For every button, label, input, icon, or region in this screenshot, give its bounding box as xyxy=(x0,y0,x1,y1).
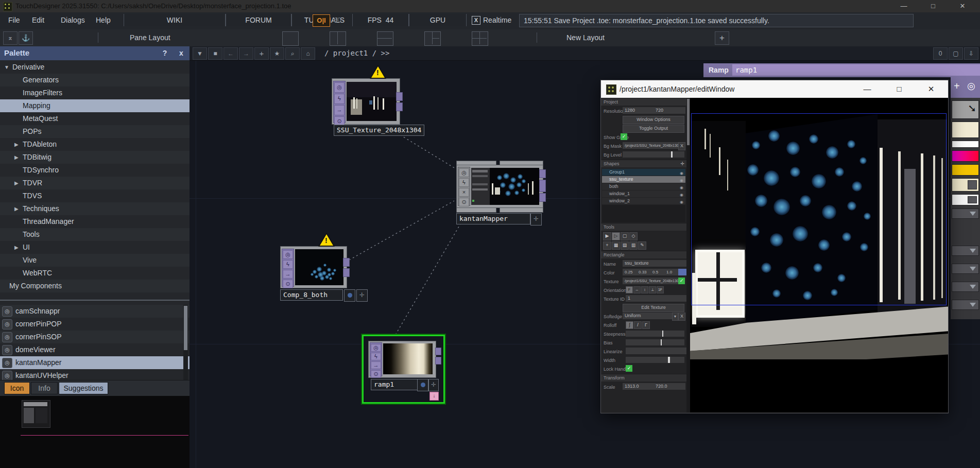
projection-viewport[interactable] xyxy=(690,98,948,412)
viewer-icon[interactable]: ◎ xyxy=(371,344,381,352)
palette-tree-item-derivative[interactable]: ▼Derivative xyxy=(0,61,190,74)
maximize-button[interactable]: □ xyxy=(921,0,945,12)
color-value-3[interactable]: 1.0 xyxy=(664,269,678,275)
shape-item-ssu_texture[interactable]: ssu_texture◉ xyxy=(602,176,685,183)
ramp-swatch-dropdown-11[interactable] xyxy=(952,300,979,310)
menu-dialogs[interactable]: Dialogs xyxy=(61,16,85,24)
warning-icon[interactable] xyxy=(370,65,386,79)
palette-tree-item-techniques[interactable]: ▶Techniques xyxy=(0,202,190,215)
chevron-down-icon[interactable] xyxy=(970,267,976,271)
tool-button-b4[interactable]: ✎ xyxy=(638,241,646,250)
tab-icon[interactable]: Icon xyxy=(4,382,30,394)
bypass-icon[interactable]: ϟ xyxy=(334,94,345,104)
palette-tree-item-tdbitwig[interactable]: ▶TDBitwig xyxy=(0,151,190,164)
layout-tsplit-button[interactable] xyxy=(424,31,441,46)
chevron-right-icon[interactable]: ▶ xyxy=(14,151,19,164)
toggle-output-button[interactable]: Toggle Output xyxy=(623,125,684,133)
component-item-cornerpinpop[interactable]: ◎cornerPinPOP xyxy=(0,318,190,331)
swatch-button[interactable] xyxy=(968,180,977,189)
orientation-button-4[interactable]: 1F xyxy=(657,286,664,293)
menu-file[interactable]: File xyxy=(8,16,20,24)
chevron-down-icon[interactable] xyxy=(970,249,976,253)
name-field[interactable]: ssu_texture xyxy=(623,260,686,267)
layout-single-button[interactable] xyxy=(282,31,299,46)
anchor-icon[interactable]: ⚓ xyxy=(19,31,33,45)
node-ramp1-selection[interactable]: ◎ ϟ → ⊙ ramp1 ✛ ↓ xyxy=(362,335,445,404)
node-label-ssu[interactable]: SSU_Texture_2048x1304 xyxy=(334,125,424,136)
menu-help[interactable]: Help xyxy=(96,16,111,24)
palette-tree-item-imagefilters[interactable]: ImageFilters xyxy=(0,86,190,99)
node-flags-strip[interactable]: ◎ ϟ → ⊙ xyxy=(282,249,294,287)
chevron-down-icon[interactable] xyxy=(970,303,976,307)
tool-button-1[interactable]: ▷ xyxy=(612,232,620,240)
output-connector[interactable] xyxy=(396,102,403,111)
color-value-2[interactable]: 0.5 xyxy=(650,269,664,275)
node-flags-strip[interactable]: ◎ ϟ × ⊙ xyxy=(458,167,470,206)
palette-tree-item-tdsynchro[interactable]: TDSynchro xyxy=(0,164,190,177)
ramp-swatch-dropdown-10[interactable] xyxy=(952,282,979,292)
ramp-swatch-dropdown-9[interactable] xyxy=(952,264,979,274)
output-connector[interactable] xyxy=(539,193,546,202)
palette-tree-item-pops[interactable]: POPs xyxy=(0,125,190,138)
node-label-ramp1[interactable]: ramp1 xyxy=(371,379,418,390)
swatch-button[interactable] xyxy=(968,196,977,203)
tool-button-b2[interactable]: ▤ xyxy=(621,241,629,250)
add-shape-icon[interactable]: ✛ xyxy=(680,160,684,167)
maximize-button[interactable]: □ xyxy=(887,80,911,98)
bypass-icon[interactable]: ϟ xyxy=(371,353,381,360)
component-item-cornerpinsop[interactable]: ◎cornerPinSOP xyxy=(0,331,190,343)
export-icon[interactable]: → xyxy=(334,105,345,115)
menu-edit[interactable]: Edit xyxy=(32,16,44,24)
orientation-button-2[interactable]: ↕ xyxy=(641,286,648,293)
output-connector[interactable] xyxy=(435,348,441,355)
ramp-swatch-solid-button-5[interactable] xyxy=(952,178,979,192)
bg-mask-field[interactable]: /project1/SSU_Texture_2048x1304 xyxy=(623,142,678,149)
viewer-icon[interactable]: ◎ xyxy=(334,82,345,93)
minimize-button[interactable]: — xyxy=(892,0,916,12)
palette-tree-item-webrtc[interactable]: WebRTC xyxy=(0,267,190,280)
node-flags-strip[interactable]: ◎ ϟ → ⊙ xyxy=(370,342,382,376)
scale-x-field[interactable]: 1313.0 xyxy=(623,383,654,390)
linearize-field[interactable] xyxy=(626,348,686,354)
tool-button-3[interactable]: ◇ xyxy=(629,232,638,240)
operator-name-field[interactable]: ramp1 xyxy=(732,64,980,76)
tool-button-b3[interactable]: ▥ xyxy=(629,241,638,250)
palette-tree-item-vive[interactable]: Vive xyxy=(0,254,190,267)
ramp-swatch-dropdown-8[interactable] xyxy=(952,246,979,256)
ramp-swatch-solid-2[interactable] xyxy=(952,141,979,148)
edit-texture-button[interactable]: Edit Texture xyxy=(623,304,684,312)
palette-tree-item-tdvr[interactable]: ▶TDVR xyxy=(0,177,190,189)
node-flags-strip[interactable]: ◎ ϟ → ⊙ xyxy=(333,81,346,123)
node-add-button[interactable]: ✛ xyxy=(428,379,439,391)
ramp-swatch-solid-1[interactable] xyxy=(952,122,979,138)
tab-suggestions[interactable]: Suggestions xyxy=(59,382,108,394)
component-item-kantanmapper[interactable]: ◎kantanMapper xyxy=(0,356,190,369)
node-ramp1[interactable]: ◎ ϟ → ⊙ xyxy=(368,341,436,378)
chevron-right-icon[interactable]: ▶ xyxy=(14,202,19,215)
export-flag-button[interactable]: ↓ xyxy=(429,392,439,401)
palette-tree-item-mapping[interactable]: Mapping xyxy=(0,99,190,112)
output-connector[interactable] xyxy=(539,180,546,192)
shape-item-window_1[interactable]: window_1◉ xyxy=(602,190,685,197)
output-connector[interactable] xyxy=(539,169,546,178)
palette-tree-item-tdableton[interactable]: ▶TDAbleton xyxy=(0,138,190,151)
new-layout-add-button[interactable]: + xyxy=(715,31,729,45)
layout-hsplit-button[interactable] xyxy=(377,31,393,46)
show-guide-checkbox[interactable]: ✓ xyxy=(621,133,627,140)
shape-item-window_2[interactable]: window_2◉ xyxy=(602,198,685,204)
palette-scrollbar[interactable] xyxy=(183,305,188,380)
ramp-swatch-solid-4[interactable] xyxy=(952,164,979,176)
layout-vsplit-button[interactable] xyxy=(330,31,346,46)
viewer-icon[interactable]: ◎ xyxy=(459,168,469,177)
realtime-checkbox[interactable]: X xyxy=(472,16,480,25)
scale-y-field[interactable]: 720.0 xyxy=(654,383,685,390)
texture-field[interactable]: /project1/SSU_Texture_2048x1304 xyxy=(623,278,678,284)
forum-button[interactable]: FORUM xyxy=(226,14,291,26)
rolloff-button-1[interactable]: / xyxy=(634,321,642,329)
ramp-swatch-cursor-0[interactable]: ➘ xyxy=(952,100,979,119)
tool-button-2[interactable]: ▢ xyxy=(621,232,629,240)
node-label-comp[interactable]: Comp_8_both xyxy=(280,289,343,301)
node-add-button[interactable]: ✛ xyxy=(530,213,542,226)
lock-icon[interactable]: ⊙ xyxy=(371,370,381,378)
parameter-scrollbar[interactable] xyxy=(686,98,690,412)
